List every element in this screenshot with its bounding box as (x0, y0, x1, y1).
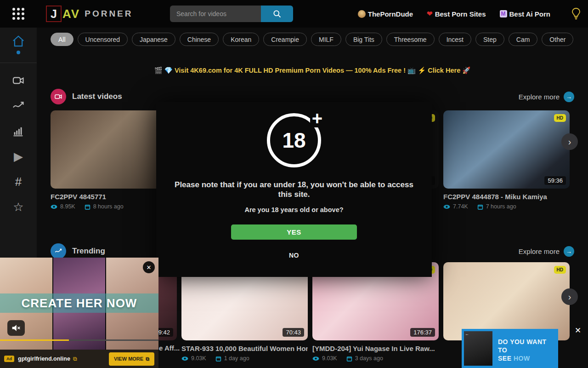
video-thumbnail[interactable]: HD 59:36 (443, 110, 570, 189)
chip-cam[interactable]: Cam (509, 33, 538, 46)
age-plus: + (310, 109, 324, 127)
age-question: Are you 18 years old or above? (156, 206, 432, 213)
sidebar-item-trending[interactable] (0, 93, 37, 118)
apps-grid-icon[interactable] (0, 8, 37, 20)
view-more-label: VIEW MORE (114, 356, 143, 362)
ad-text-line2: SEE (498, 355, 512, 362)
chip-step[interactable]: Step (475, 33, 504, 46)
arrow-right-icon: → (564, 246, 574, 257)
close-icon[interactable]: ✕ (143, 261, 155, 273)
ad-cta-band[interactable]: CREATE HER NOW (0, 293, 158, 313)
page: J AV PORNER ThePornDude ❤ Best Porn Site… (0, 0, 588, 368)
right-banner-ad[interactable]: ← DO YOU WANT TO SEE HOW (462, 329, 558, 368)
view-more-button[interactable]: VIEW MORE ⧉ (109, 352, 154, 366)
upload-date: 7 hours ago (486, 203, 516, 210)
logo-porner: PORNER (85, 9, 133, 19)
calendar-icon (346, 356, 352, 362)
trending-up-icon (12, 99, 25, 112)
chip-chinese[interactable]: Chinese (180, 33, 219, 46)
trending-icon (51, 243, 66, 259)
views-icon (181, 356, 188, 361)
ad-progress-fill (0, 339, 69, 341)
logo-j: J (46, 6, 62, 22)
top-links: ThePornDude ❤ Best Porn Sites M Best Ai … (358, 0, 582, 28)
yes-button[interactable]: YES (231, 224, 357, 240)
sidebar-divider (0, 63, 37, 63)
bar-chart-icon (12, 125, 25, 138)
play-icon: ▶ (14, 150, 23, 162)
chip-threesome[interactable]: Threesome (386, 33, 435, 46)
ad-text: DO YOU WANT TO SEE HOW (492, 331, 556, 366)
hd-badge: HD (554, 114, 566, 122)
chip-uncensored[interactable]: Uncensored (78, 33, 128, 46)
video-card[interactable]: HD 70:43 STAR-933 10,000 Beautiful Women… (181, 262, 308, 362)
upload-date: 8 hours ago (93, 203, 124, 210)
external-link-icon: ⧉ (73, 356, 77, 362)
section-title: Trending (72, 247, 105, 256)
chip-korean[interactable]: Korean (223, 33, 259, 46)
video-title[interactable]: [YMDD-204] Yui Nagase In Live Raw... (312, 345, 439, 352)
views-count: 9.03K (322, 355, 337, 362)
apps-grid-dots (12, 8, 24, 20)
explore-more-trending[interactable]: Explore more → (519, 246, 574, 257)
search-bar (170, 6, 293, 22)
calendar-icon (215, 356, 221, 362)
star-icon: ☆ (13, 201, 23, 213)
link-theporndude[interactable]: ThePornDude (358, 10, 413, 18)
explore-more-latest[interactable]: Explore more → (519, 92, 574, 102)
video-title[interactable]: e Aff... (159, 344, 180, 352)
chip-incest[interactable]: Incest (439, 33, 471, 46)
duration-badge: 176:37 (410, 328, 435, 337)
video-card[interactable]: HD 59:36 FC2PPV 4844878 - Miku Kamiya 7.… (443, 110, 570, 210)
external-link-icon: ⧉ (146, 356, 149, 362)
search-input[interactable] (170, 6, 261, 22)
video-title[interactable]: STAR-933 10,000 Beautiful Women Honj... (181, 345, 308, 352)
hashtag-icon: # (15, 176, 22, 188)
category-chips: All Uncensored Japanese Chinese Korean C… (51, 33, 573, 46)
sidebar-item-videos[interactable] (0, 68, 37, 93)
video-title[interactable]: FC2PPV 4844878 - Miku Kamiya (443, 193, 570, 201)
arrow-right-icon: → (564, 92, 574, 102)
left-video-ad: CREATE HER NOW ✕ Ad gptgirlfriend.online… (0, 258, 158, 368)
site-logo[interactable]: J AV PORNER (46, 6, 133, 22)
link-best-ai-porn[interactable]: M Best Ai Porn (500, 10, 550, 18)
chip-milf[interactable]: MILF (311, 33, 341, 46)
link-label: ThePornDude (368, 10, 413, 18)
chip-creampie[interactable]: Creampie (263, 33, 307, 46)
sidebar-item-home[interactable] (0, 28, 37, 61)
age-warning-message: Please note that if you are under 18, yo… (169, 180, 419, 200)
views-icon (51, 204, 57, 209)
upload-date: 1 day ago (224, 355, 249, 362)
scroll-right-button-trending[interactable]: › (561, 288, 578, 305)
search-button[interactable] (261, 6, 293, 22)
video-card[interactable]: HD 176:37 [YMDD-204] Yui Nagase In Live … (312, 262, 439, 362)
age-number: 18 (282, 128, 305, 153)
search-icon (272, 9, 282, 18)
no-button[interactable]: NO (156, 252, 432, 259)
upload-date: 3 days ago (355, 355, 383, 362)
sidebar-item-playlists[interactable]: ▶ (0, 144, 37, 169)
views-count: 7.74K (453, 203, 468, 210)
scroll-right-button-latest[interactable]: › (561, 133, 578, 150)
link-label: Best Porn Sites (435, 10, 486, 18)
sidebar-item-favorites[interactable]: ☆ (0, 194, 37, 219)
lightbulb-icon[interactable] (571, 7, 582, 20)
chip-big-tits[interactable]: Big Tits (345, 33, 382, 46)
age-verification-modal: 18 + Please note that if you are under 1… (156, 102, 432, 277)
promo-banner-link[interactable]: 🎬 💎 Visit 4K69.com for 4K FULL HD Premiu… (51, 67, 574, 75)
close-icon[interactable]: ✕ (572, 325, 583, 336)
sidebar-item-tags[interactable]: # (0, 169, 37, 194)
chip-other[interactable]: Other (542, 33, 573, 46)
age-18-plus-icon: 18 + (267, 113, 321, 167)
sidebar-item-rankings[interactable] (0, 118, 37, 144)
ad-progress-bar[interactable] (0, 339, 158, 341)
video-camera-icon (12, 74, 25, 87)
muted-speaker-icon[interactable] (7, 320, 25, 336)
chip-japanese[interactable]: Japanese (132, 33, 175, 46)
section-title: Latest videos (72, 92, 122, 101)
ad-video-area[interactable]: CREATE HER NOW ✕ (0, 258, 158, 350)
calendar-icon (85, 204, 90, 210)
link-best-porn-sites[interactable]: ❤ Best Porn Sites (427, 10, 486, 18)
chip-all[interactable]: All (51, 33, 74, 46)
ad-domain-link[interactable]: gptgirlfriend.online (18, 356, 70, 362)
